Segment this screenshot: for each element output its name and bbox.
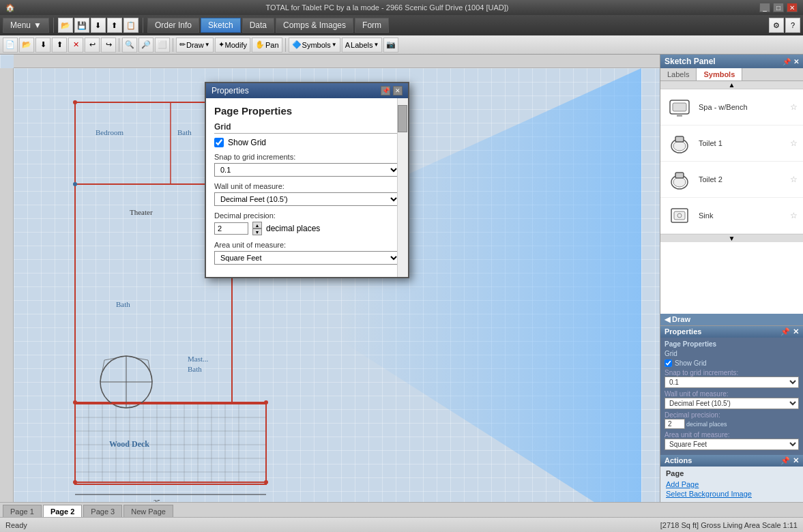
dialog-pin-button[interactable]: 📌: [381, 86, 390, 95]
svg-line-23: [100, 360, 104, 382]
toilet2-icon: [666, 166, 693, 193]
dialog-wall-unit-select[interactable]: Decimal Feet (10.5'): [214, 192, 400, 206]
tool-extra[interactable]: 📷: [383, 38, 398, 53]
spa-icon: [666, 93, 693, 121]
maximize-button[interactable]: □: [773, 3, 784, 12]
page-tab-new[interactable]: New Page: [123, 505, 173, 517]
tool-x[interactable]: ✕: [68, 38, 83, 53]
draw-group[interactable]: ✏ Draw ▼: [176, 38, 214, 53]
app-icon: 🏠: [5, 3, 15, 12]
mini-decimal-input[interactable]: [665, 419, 685, 429]
mini-prop-header: Properties 📌 ✕: [660, 326, 803, 338]
svg-rect-54: [673, 103, 686, 111]
actions-pin[interactable]: 📌: [780, 456, 790, 465]
toolbar-btn5[interactable]: 📋: [123, 18, 138, 33]
dialog-scrollbar-thumb[interactable]: [398, 105, 407, 132]
mini-prop-close[interactable]: ✕: [793, 327, 799, 336]
panel-close-icon[interactable]: ✕: [793, 58, 799, 65]
dialog-decrement-button[interactable]: ▼: [252, 228, 262, 235]
mini-show-grid-checkbox[interactable]: [665, 359, 672, 367]
settings-button[interactable]: ⚙: [769, 18, 784, 33]
toolbar-btn3[interactable]: ⬇: [91, 18, 106, 33]
tool-down[interactable]: ⬇: [35, 38, 50, 53]
toilet2-star[interactable]: ☆: [790, 175, 798, 184]
toilet1-name: Toilet 1: [699, 139, 785, 147]
page-tabs: Page 1 Page 2 Page 3 New Page: [0, 502, 803, 517]
dialog-close-button[interactable]: ✕: [393, 86, 403, 95]
tab-symbols[interactable]: Symbols: [697, 68, 742, 80]
tool-zoom[interactable]: 🔎: [138, 38, 154, 53]
close-button[interactable]: ✕: [787, 3, 798, 12]
svg-text:Bath: Bath: [116, 300, 130, 308]
nav-separator-2: [143, 18, 143, 33]
dialog-show-grid-row: Show Grid: [214, 138, 400, 147]
svg-text:Wood Deck: Wood Deck: [109, 439, 149, 449]
comps-images-button[interactable]: Comps & Images: [276, 18, 353, 33]
pan-icon: ✋: [255, 40, 265, 49]
sink-star[interactable]: ☆: [790, 211, 798, 220]
dialog-decimal-places-label: decimal places: [266, 224, 320, 233]
tool-open[interactable]: 📂: [19, 38, 34, 53]
sep1: [119, 38, 119, 52]
data-button[interactable]: Data: [242, 18, 274, 33]
status-bar: Ready [2718 Sq ft] Gross Living Area Sca…: [0, 517, 803, 532]
add-page-link[interactable]: Add Page: [666, 480, 798, 488]
dialog-decimal-input[interactable]: [214, 222, 248, 235]
page-tab-2[interactable]: Page 2: [43, 505, 82, 517]
symbols-scroll-down[interactable]: ▼: [660, 234, 803, 242]
help-button[interactable]: ?: [785, 18, 800, 33]
dialog-scrollbar[interactable]: [397, 98, 408, 277]
toolbar-btn4[interactable]: ⬆: [107, 18, 122, 33]
mini-area-unit-select[interactable]: Square Feet: [665, 439, 799, 450]
sketch-panel-header: Sketch Panel 📌 ✕: [660, 55, 803, 68]
status-right: [2718 Sq ft] Gross Living Area Scale 1:1…: [660, 521, 798, 529]
dialog-snap-label: Snap to grid increments:: [214, 153, 400, 161]
labels-group[interactable]: A Labels ▼: [342, 38, 383, 53]
modify-group[interactable]: ✦ Modify: [215, 38, 250, 53]
symbol-spa[interactable]: Spa - w/Bench ☆: [660, 89, 803, 125]
symbols-scroll-up[interactable]: ▲: [660, 81, 803, 89]
mini-show-grid-row: Show Grid: [665, 359, 799, 367]
svg-rect-63: [674, 211, 685, 220]
symbol-sink[interactable]: Sink ☆: [660, 198, 803, 234]
dialog-increment-button[interactable]: ▲: [252, 222, 262, 228]
mini-prop-pin[interactable]: 📌: [780, 327, 790, 336]
toolbar-save-button[interactable]: 💾: [74, 18, 89, 33]
tool-select[interactable]: ⬜: [155, 38, 170, 53]
menu-button[interactable]: Menu ▼: [3, 18, 49, 33]
spa-star[interactable]: ☆: [790, 102, 798, 112]
page-tab-1[interactable]: Page 1: [3, 505, 42, 517]
select-bg-link[interactable]: Select Background Image: [666, 490, 798, 498]
toilet1-star[interactable]: ☆: [790, 138, 798, 148]
ruler-left: [0, 68, 14, 502]
dialog-show-grid-checkbox[interactable]: [214, 138, 224, 147]
svg-text:25: 25: [154, 499, 160, 502]
dialog-snap-select[interactable]: 0.1: [214, 163, 400, 177]
symbol-toilet2[interactable]: Toilet 2 ☆: [660, 162, 803, 198]
tab-labels[interactable]: Labels: [660, 68, 697, 80]
mini-wall-unit-select[interactable]: Decimal Feet (10.5'): [665, 398, 799, 409]
symbols-group[interactable]: 🔷 Symbols ▼: [289, 38, 340, 53]
page-tab-3[interactable]: Page 3: [83, 505, 122, 517]
tool-up[interactable]: ⬆: [52, 38, 67, 53]
tool-search[interactable]: 🔍: [122, 38, 137, 53]
mini-prop-title: Properties: [665, 327, 701, 336]
dialog-snap-row: Snap to grid increments: 0.1: [214, 153, 400, 177]
symbol-toilet1[interactable]: Toilet 1 ☆: [660, 125, 803, 162]
pan-group[interactable]: ✋ Pan: [252, 38, 282, 53]
dialog-decimal-input-row: ▲ ▼ decimal places: [214, 222, 400, 235]
tool-new[interactable]: 📄: [3, 38, 18, 53]
sketch-button[interactable]: Sketch: [201, 18, 241, 33]
minimize-button[interactable]: _: [759, 3, 770, 12]
dialog-area-unit-select[interactable]: Square Feet: [214, 251, 400, 265]
toolbar-open-button[interactable]: 📂: [58, 18, 73, 33]
order-info-button[interactable]: Order Info: [147, 18, 199, 33]
actions-close[interactable]: ✕: [793, 456, 799, 465]
panel-pin-icon[interactable]: 📌: [783, 58, 791, 65]
tool-redo[interactable]: ↪: [101, 38, 116, 53]
tool-undo[interactable]: ↩: [85, 38, 100, 53]
svg-point-50: [264, 400, 268, 404]
ruler-top: [14, 55, 660, 68]
form-button[interactable]: Form: [355, 18, 389, 33]
mini-snap-select[interactable]: 0.1: [665, 376, 799, 388]
